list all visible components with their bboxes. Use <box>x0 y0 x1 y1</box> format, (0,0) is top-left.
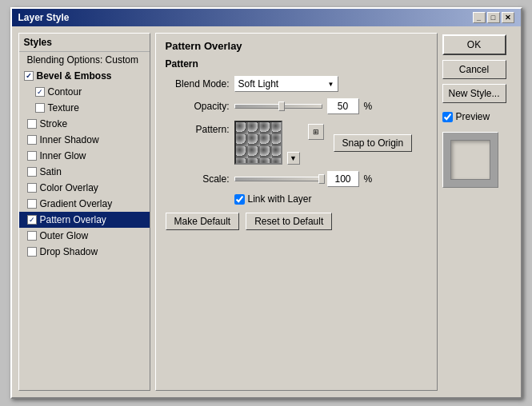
sidebar-item-drop-shadow[interactable]: Drop Shadow <box>19 244 150 260</box>
sidebar-item-gradient-overlay[interactable]: Gradient Overlay <box>19 196 150 212</box>
stroke-checkbox[interactable] <box>27 119 37 129</box>
bevel-emboss-label: Bevel & Emboss <box>37 70 112 82</box>
pattern-overlay-label: Pattern Overlay <box>40 214 106 225</box>
preview-label-row: Preview <box>442 111 514 122</box>
title-bar: Layer Style _ □ ✕ <box>12 9 521 26</box>
sidebar-item-bevel-emboss[interactable]: Bevel & Emboss <box>19 68 150 84</box>
title-bar-buttons: _ □ ✕ <box>473 12 514 23</box>
blend-mode-control: Soft Light ▼ <box>234 76 427 92</box>
satin-checkbox[interactable] <box>27 167 37 177</box>
blending-options-label: Blending Options: Custom <box>27 54 138 66</box>
preview-checkbox[interactable] <box>442 112 453 122</box>
pattern-options-button[interactable]: ⊞ <box>308 124 324 140</box>
bevel-emboss-checkbox[interactable] <box>24 71 34 81</box>
opacity-input[interactable] <box>327 98 359 114</box>
opacity-row: Opacity: % <box>166 98 427 114</box>
contour-label: Contour <box>48 86 82 98</box>
pattern-label: Pattern: <box>166 121 230 135</box>
link-with-layer-row: Link with Layer <box>234 193 427 205</box>
preview-label: Preview <box>456 111 490 122</box>
scale-slider-track[interactable] <box>234 177 322 181</box>
opacity-slider-thumb[interactable] <box>278 102 285 111</box>
blend-mode-select[interactable]: Soft Light ▼ <box>234 76 338 92</box>
inner-glow-label: Inner Glow <box>40 150 86 161</box>
color-overlay-label: Color Overlay <box>40 182 98 193</box>
snap-to-origin-button[interactable]: Snap to Origin <box>334 134 413 152</box>
opacity-control: % <box>234 98 427 114</box>
color-overlay-checkbox[interactable] <box>27 183 37 193</box>
blend-mode-row: Blend Mode: Soft Light ▼ <box>166 76 427 92</box>
drop-shadow-checkbox[interactable] <box>27 247 37 257</box>
gradient-overlay-label: Gradient Overlay <box>40 198 113 209</box>
dialog-title: Layer Style <box>18 12 70 23</box>
maximize-button[interactable]: □ <box>487 12 500 23</box>
preview-box <box>442 132 498 188</box>
reset-to-default-button[interactable]: Reset to Default <box>246 213 332 230</box>
gradient-overlay-checkbox[interactable] <box>27 199 37 209</box>
contour-checkbox[interactable] <box>35 87 45 97</box>
stroke-label: Stroke <box>40 118 68 129</box>
panel-title: Pattern Overlay <box>166 40 427 52</box>
link-with-layer-checkbox[interactable] <box>234 194 245 205</box>
section-title: Pattern <box>166 58 427 70</box>
sidebar-item-texture[interactable]: Texture <box>19 100 150 116</box>
satin-label: Satin <box>40 166 62 177</box>
pattern-control: ▼ ⊞ Snap to Origin <box>234 121 427 165</box>
sidebar-header: Styles <box>19 34 150 52</box>
sidebar-item-color-overlay[interactable]: Color Overlay <box>19 180 150 196</box>
texture-checkbox[interactable] <box>35 103 45 113</box>
new-style-button[interactable]: New Style... <box>442 84 506 103</box>
opacity-label: Opacity: <box>166 101 230 112</box>
blend-mode-label: Blend Mode: <box>166 78 230 90</box>
preview-inner <box>450 140 490 180</box>
scale-percent: % <box>364 173 373 185</box>
close-button[interactable]: ✕ <box>502 12 514 23</box>
sidebar-item-inner-glow[interactable]: Inner Glow <box>19 148 150 164</box>
inner-shadow-label: Inner Shadow <box>40 134 99 145</box>
scale-slider-thumb[interactable] <box>318 174 325 184</box>
main-content: Pattern Overlay Pattern Blend Mode: Soft… <box>155 33 438 391</box>
inner-glow-checkbox[interactable] <box>27 151 37 161</box>
sidebar: Styles Blending Options: Custom Bevel & … <box>18 33 150 391</box>
drop-shadow-label: Drop Shadow <box>40 246 98 257</box>
sidebar-item-inner-shadow[interactable]: Inner Shadow <box>19 132 150 148</box>
sidebar-item-blending-options[interactable]: Blending Options: Custom <box>19 52 150 68</box>
sidebar-item-outer-glow[interactable]: Outer Glow <box>19 228 150 244</box>
minimize-button[interactable]: _ <box>473 12 486 23</box>
inner-shadow-checkbox[interactable] <box>27 135 37 145</box>
opacity-percent: % <box>364 101 373 112</box>
opacity-slider-track[interactable] <box>234 104 322 109</box>
pattern-swatch[interactable] <box>234 121 282 165</box>
cancel-button[interactable]: Cancel <box>442 60 506 79</box>
pattern-overlay-checkbox[interactable] <box>27 215 37 225</box>
pattern-row: Pattern: ▼ ⊞ Snap to Origin <box>166 121 427 165</box>
outer-glow-checkbox[interactable] <box>27 231 37 241</box>
make-default-button[interactable]: Make Default <box>166 213 240 230</box>
pattern-dropdown-button[interactable]: ▼ <box>287 152 300 165</box>
pattern-btn-row: ▼ <box>234 121 300 165</box>
ok-button[interactable]: OK <box>442 34 506 55</box>
scale-input[interactable] <box>327 171 359 187</box>
sidebar-item-stroke[interactable]: Stroke <box>19 116 150 132</box>
scale-control: % <box>234 171 427 187</box>
bottom-btn-row: Make Default Reset to Default <box>166 209 427 233</box>
right-buttons: OK Cancel New Style... Preview <box>442 33 514 391</box>
sidebar-item-pattern-overlay[interactable]: Pattern Overlay <box>19 212 150 228</box>
outer-glow-label: Outer Glow <box>40 230 89 241</box>
scale-label: Scale: <box>166 173 230 185</box>
sidebar-item-contour[interactable]: Contour <box>19 84 150 100</box>
blend-mode-arrow: ▼ <box>328 81 334 88</box>
link-with-layer-label: Link with Layer <box>248 193 312 205</box>
blend-mode-value: Soft Light <box>238 78 279 90</box>
texture-label: Texture <box>48 102 79 113</box>
layer-style-dialog: Layer Style _ □ ✕ Styles Blending Option… <box>10 7 522 399</box>
dialog-body: Styles Blending Options: Custom Bevel & … <box>12 26 521 397</box>
pattern-overlay-panel: Pattern Overlay Pattern Blend Mode: Soft… <box>155 33 438 391</box>
scale-row: Scale: % <box>166 171 427 187</box>
sidebar-item-satin[interactable]: Satin <box>19 164 150 180</box>
